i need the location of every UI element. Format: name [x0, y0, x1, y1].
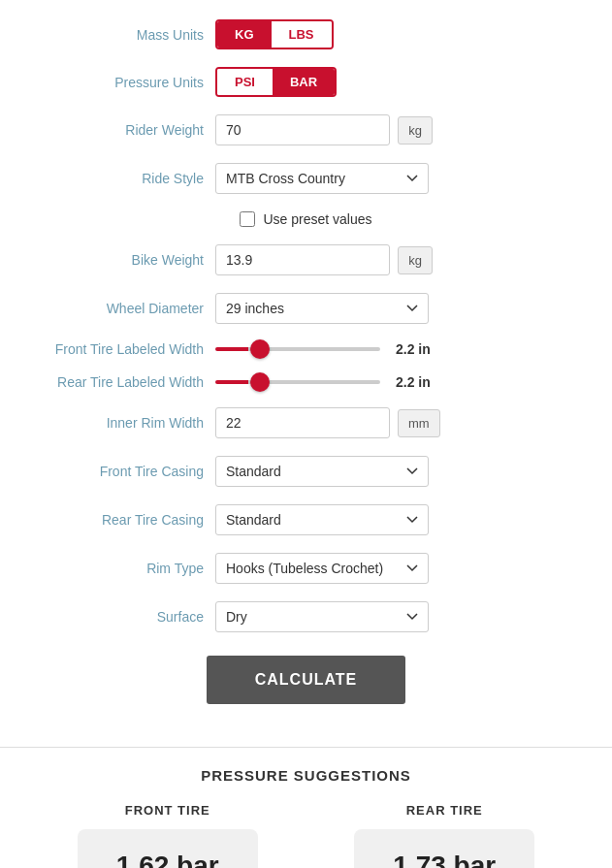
- front-tire-width-control: 2.2 in: [215, 341, 583, 357]
- bike-weight-input[interactable]: [215, 244, 390, 275]
- wheel-diameter-row: Wheel Diameter 26 inches 27.5 inches 29 …: [29, 293, 583, 324]
- results-title: PRESSURE SUGGESTIONS: [29, 767, 583, 784]
- rider-weight-unit: kg: [398, 116, 433, 145]
- rear-tire-width-row: Rear Tire Labeled Width 2.2 in: [29, 374, 583, 390]
- ride-style-label: Ride Style: [29, 171, 204, 186]
- rear-tire-result-value: 1.73 bar: [354, 829, 534, 868]
- inner-rim-width-control: mm: [215, 407, 583, 438]
- bike-weight-row: Bike Weight kg: [29, 244, 583, 275]
- rear-tire-result-label: REAR TIRE: [406, 803, 483, 818]
- rear-tire-casing-row: Rear Tire Casing Standard Light Heavy Du…: [29, 504, 583, 535]
- pressure-units-label: Pressure Units: [29, 75, 204, 90]
- surface-control: Dry Wet Mixed: [215, 601, 583, 632]
- rider-weight-row: Rider Weight kg: [29, 114, 583, 145]
- inner-rim-width-unit: mm: [398, 409, 440, 437]
- inner-rim-width-row: Inner Rim Width mm: [29, 407, 583, 438]
- rear-tire-casing-label: Rear Tire Casing: [29, 512, 204, 528]
- front-tire-result-label: FRONT TIRE: [125, 803, 210, 818]
- ride-style-row: Ride Style MTB Cross Country MTB Trail M…: [29, 163, 583, 194]
- front-tire-casing-control: Standard Light Heavy Duty: [215, 456, 583, 487]
- preset-label[interactable]: Use preset values: [263, 211, 371, 227]
- mass-units-label: Mass Units: [29, 27, 204, 43]
- results-section: PRESSURE SUGGESTIONS FRONT TIRE 1.62 bar…: [0, 748, 612, 868]
- wheel-diameter-label: Wheel Diameter: [29, 301, 204, 316]
- mass-units-toggle: KG LBS: [215, 19, 334, 49]
- preset-checkbox[interactable]: [240, 211, 255, 227]
- rim-type-select[interactable]: Hooks (Tubeless Crochet) Hookless Standa…: [215, 553, 429, 584]
- inner-rim-width-input[interactable]: [215, 407, 390, 438]
- pressure-units-toggle: PSI BAR: [215, 67, 337, 97]
- inner-rim-width-label: Inner Rim Width: [29, 415, 204, 431]
- rear-tire-width-value: 2.2 in: [396, 374, 444, 390]
- results-row: FRONT TIRE 1.62 bar REAR TIRE 1.73 bar: [29, 803, 583, 868]
- front-tire-casing-label: Front Tire Casing: [29, 464, 204, 479]
- ride-style-select[interactable]: MTB Cross Country MTB Trail MTB Enduro M…: [215, 163, 429, 194]
- mass-units-lbs-btn[interactable]: LBS: [272, 21, 332, 48]
- form-container: Mass Units KG LBS Pressure Units PSI BAR…: [0, 0, 612, 723]
- pressure-units-control: PSI BAR: [215, 67, 583, 97]
- rim-type-row: Rim Type Hooks (Tubeless Crochet) Hookle…: [29, 553, 583, 584]
- front-tire-casing-row: Front Tire Casing Standard Light Heavy D…: [29, 456, 583, 487]
- pressure-units-bar-btn[interactable]: BAR: [273, 69, 335, 95]
- wheel-diameter-control: 26 inches 27.5 inches 29 inches 700c: [215, 293, 583, 324]
- rim-type-control: Hooks (Tubeless Crochet) Hookless Standa…: [215, 553, 583, 584]
- rear-tire-result-col: REAR TIRE 1.73 bar: [354, 803, 534, 868]
- preset-row: Use preset values: [29, 211, 583, 227]
- mass-units-kg-btn[interactable]: KG: [217, 21, 272, 48]
- surface-label: Surface: [29, 609, 204, 625]
- rear-tire-width-label: Rear Tire Labeled Width: [29, 374, 204, 390]
- rear-tire-width-control: 2.2 in: [215, 374, 583, 390]
- rider-weight-label: Rider Weight: [29, 122, 204, 138]
- rider-weight-input[interactable]: [215, 114, 390, 145]
- rear-tire-casing-select[interactable]: Standard Light Heavy Duty: [215, 504, 429, 535]
- rear-tire-width-slider[interactable]: [215, 380, 380, 384]
- front-tire-width-slider[interactable]: [215, 347, 380, 351]
- front-tire-width-row: Front Tire Labeled Width 2.2 in: [29, 341, 583, 357]
- rear-tire-casing-control: Standard Light Heavy Duty: [215, 504, 583, 535]
- pressure-units-psi-btn[interactable]: PSI: [217, 69, 273, 95]
- bike-weight-label: Bike Weight: [29, 252, 204, 268]
- calculate-button[interactable]: CALCULATE: [207, 656, 406, 704]
- ride-style-control: MTB Cross Country MTB Trail MTB Enduro M…: [215, 163, 583, 194]
- front-tire-width-label: Front Tire Labeled Width: [29, 341, 204, 357]
- front-tire-result-value: 1.62 bar: [78, 829, 258, 868]
- rim-type-label: Rim Type: [29, 561, 204, 576]
- mass-units-control: KG LBS: [215, 19, 583, 49]
- bike-weight-unit: kg: [398, 246, 433, 274]
- front-tire-result-col: FRONT TIRE 1.62 bar: [78, 803, 258, 868]
- wheel-diameter-select[interactable]: 26 inches 27.5 inches 29 inches 700c: [215, 293, 429, 324]
- front-tire-casing-select[interactable]: Standard Light Heavy Duty: [215, 456, 429, 487]
- pressure-units-row: Pressure Units PSI BAR: [29, 67, 583, 97]
- mass-units-row: Mass Units KG LBS: [29, 19, 583, 49]
- front-tire-width-value: 2.2 in: [396, 341, 444, 357]
- bike-weight-control: kg: [215, 244, 583, 275]
- surface-row: Surface Dry Wet Mixed: [29, 601, 583, 632]
- surface-select[interactable]: Dry Wet Mixed: [215, 601, 429, 632]
- rider-weight-control: kg: [215, 114, 583, 145]
